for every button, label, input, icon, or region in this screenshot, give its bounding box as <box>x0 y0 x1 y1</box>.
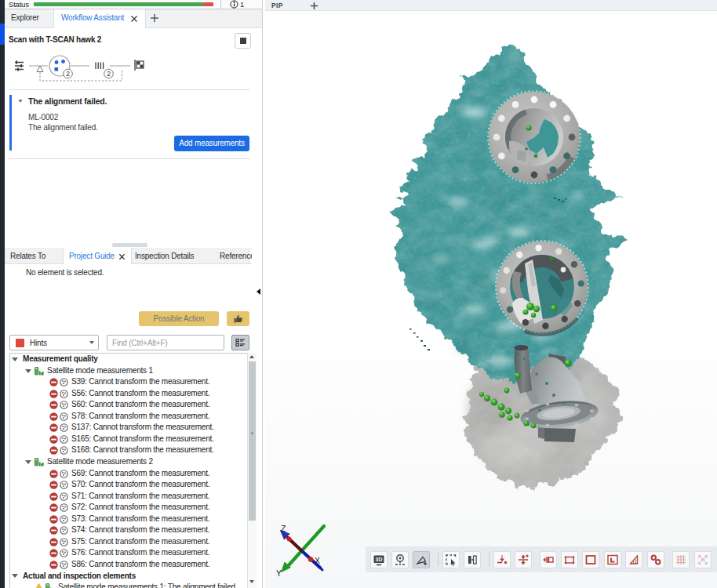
svg-text:3D: 3D <box>376 557 383 562</box>
svg-text:X: X <box>315 556 320 565</box>
svg-text:Y: Y <box>276 568 282 578</box>
svg-text:Z: Z <box>281 524 286 533</box>
